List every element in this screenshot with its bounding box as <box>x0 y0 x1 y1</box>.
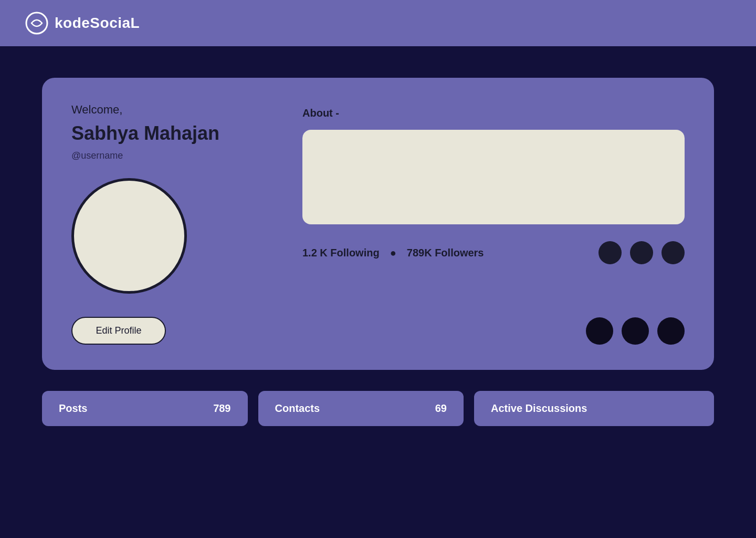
social-icons-top <box>598 241 685 264</box>
user-name: Sabhya Mahajan <box>71 123 271 144</box>
username-handle: @username <box>71 150 271 161</box>
about-box <box>302 130 685 224</box>
dot-separator: ● <box>390 247 396 259</box>
active-discussions-label: Active Discussions <box>491 402 587 415</box>
contacts-stat-card[interactable]: Contacts 69 <box>258 391 464 426</box>
profile-left: Welcome, Sabhya Mahajan @username Edit P… <box>71 103 271 345</box>
main-content: Welcome, Sabhya Mahajan @username Edit P… <box>0 46 756 458</box>
social-icons-bottom <box>586 317 685 345</box>
social-logo-icon <box>25 12 48 35</box>
svg-point-0 <box>26 13 47 34</box>
profile-card: Welcome, Sabhya Mahajan @username Edit P… <box>42 78 714 370</box>
logo-text: kodeSociaL <box>55 15 140 32</box>
header: kodeSociaL <box>0 0 756 46</box>
social-icon-bottom-2[interactable] <box>622 317 649 345</box>
about-label: About - <box>302 107 685 119</box>
edit-profile-button[interactable]: Edit Profile <box>71 317 166 345</box>
profile-right: About - 1.2 K Following ● 789K Followers <box>302 103 685 345</box>
social-icon-3[interactable] <box>662 241 685 264</box>
social-icon-bottom-1[interactable] <box>586 317 613 345</box>
contacts-label: Contacts <box>275 402 320 415</box>
followers-count: 789K Followers <box>407 247 484 259</box>
social-icon-bottom-3[interactable] <box>657 317 685 345</box>
posts-label: Posts <box>59 402 87 415</box>
contacts-value: 69 <box>435 402 447 415</box>
avatar <box>71 178 187 294</box>
welcome-label: Welcome, <box>71 103 271 117</box>
posts-value: 789 <box>213 402 230 415</box>
social-icon-2[interactable] <box>630 241 653 264</box>
stats-row: 1.2 K Following ● 789K Followers <box>302 241 685 264</box>
stats-bar: Posts 789 Contacts 69 Active Discussions <box>42 391 714 426</box>
logo-area: kodeSociaL <box>25 12 140 35</box>
following-count: 1.2 K Following <box>302 247 380 259</box>
active-discussions-stat-card[interactable]: Active Discussions <box>474 391 714 426</box>
posts-stat-card[interactable]: Posts 789 <box>42 391 248 426</box>
social-icon-1[interactable] <box>598 241 622 264</box>
